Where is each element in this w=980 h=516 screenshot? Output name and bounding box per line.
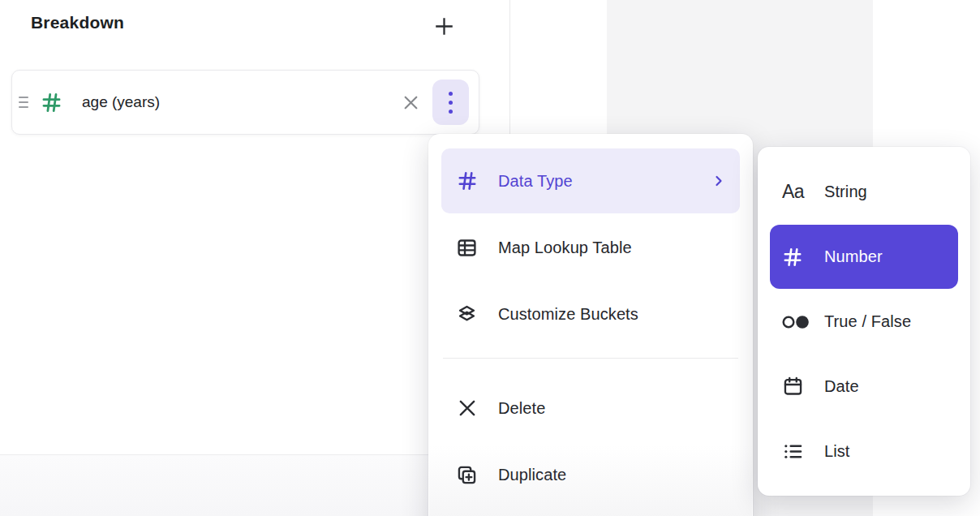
submenu-item-label: Date [824,377,859,396]
string-aa-icon: Aa [782,183,811,201]
submenu-item-label: String [824,183,867,201]
data-type-submenu: Aa String Number True / False Date [758,147,970,496]
menu-item-map-lookup-table[interactable]: Map Lookup Table [441,215,740,280]
menu-item-label: Customize Buckets [498,305,638,324]
submenu-item-true-false[interactable]: True / False [770,290,958,354]
submenu-item-list[interactable]: List [770,419,958,484]
field-context-menu: Data Type Map Lookup Table Customize Buc… [428,134,753,516]
menu-item-label: Map Lookup Table [498,239,632,257]
submenu-item-date[interactable]: Date [770,355,958,419]
page-title: Breakdown [31,13,124,32]
menu-divider [443,358,738,359]
submenu-item-number[interactable]: Number [770,225,958,289]
hash-icon [456,170,478,191]
menu-item-label: Data Type [498,172,573,191]
menu-item-duplicate[interactable]: Duplicate [441,442,740,507]
menu-item-label: Duplicate [498,466,566,484]
breakdown-field-card[interactable]: age (years) [11,70,479,135]
chevron-right-icon [711,173,727,189]
field-name-label: age (years) [82,93,397,111]
table-icon [456,237,478,259]
submenu-item-label: List [824,442,850,461]
menu-item-data-type[interactable]: Data Type [441,148,740,213]
duplicate-icon [456,464,478,486]
submenu-item-label: True / False [824,312,911,331]
stack-icon [456,303,478,325]
menu-item-customize-buckets[interactable]: Customize Buckets [441,282,740,346]
menu-item-delete[interactable]: Delete [441,376,740,441]
menu-item-label: Delete [498,399,545,418]
plus-icon [432,15,456,38]
drag-handle-icon[interactable] [19,97,30,108]
list-icon [782,441,811,462]
x-icon [456,398,478,419]
add-breakdown-button[interactable] [429,11,458,41]
close-icon [401,92,421,113]
field-more-options-button[interactable] [432,80,469,125]
calendar-icon [782,376,811,398]
breakdown-header: Breakdown [31,13,124,32]
submenu-item-string[interactable]: Aa String [770,160,958,224]
submenu-item-label: Number [824,247,883,266]
hash-icon [41,92,62,114]
hash-icon [782,247,811,268]
boolean-circles-icon [782,313,811,331]
remove-field-button[interactable] [397,88,424,116]
